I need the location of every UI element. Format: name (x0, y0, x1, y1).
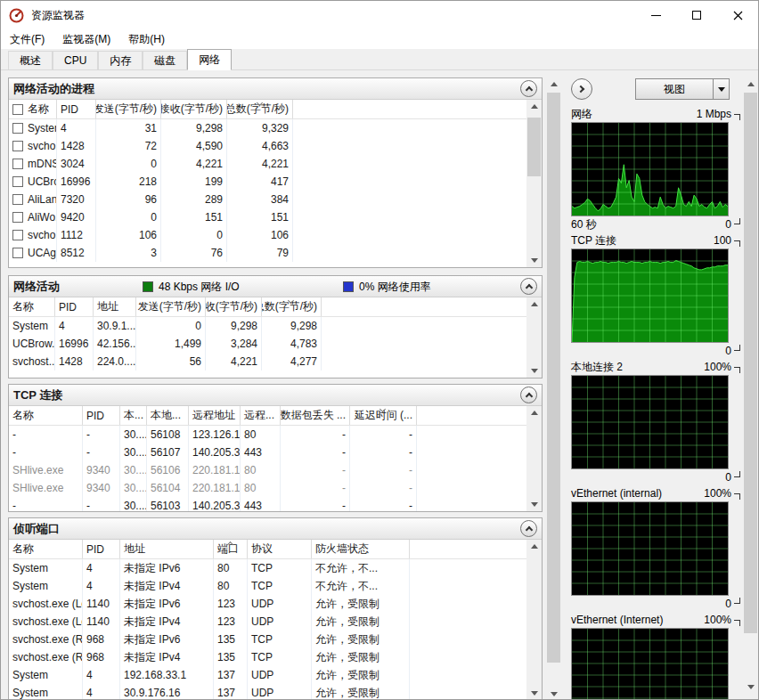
scroll-up-arrow[interactable] (546, 77, 561, 91)
column-header[interactable]: 总数(字节/秒) (227, 100, 293, 118)
minimize-button[interactable] (635, 1, 676, 29)
row-checkbox[interactable] (12, 176, 23, 187)
column-header[interactable]: 名称 (9, 100, 57, 118)
column-header[interactable]: 协议 (248, 540, 312, 558)
tab-网络[interactable]: 网络 (187, 49, 232, 70)
column-header[interactable]: PID (83, 406, 120, 425)
column-header[interactable]: 总数(字节/秒) (262, 297, 322, 316)
scroll-up-arrow[interactable] (526, 297, 542, 311)
scroll-down-arrow[interactable] (526, 254, 542, 267)
column-header[interactable]: PID (83, 540, 120, 558)
table-row[interactable]: svchost....1428224.0....564,2214,277 (9, 353, 542, 370)
scrollbar[interactable] (526, 540, 542, 700)
column-header[interactable]: 名称 (9, 406, 83, 425)
scroll-down-arrow[interactable] (546, 688, 561, 700)
row-checkbox[interactable] (12, 141, 23, 151)
scrollbar[interactable] (526, 297, 542, 378)
scroll-thumb[interactable] (527, 118, 541, 176)
table-row[interactable]: SHlive.exe934030....56106220.181.1...80-… (9, 461, 542, 479)
column-header[interactable]: 本地... (147, 406, 189, 425)
left-pane-scrollbar[interactable] (546, 77, 561, 700)
table-row[interactable]: UCAg...851237679 (9, 244, 542, 262)
column-header[interactable]: 名称 (9, 540, 83, 558)
collapse-button[interactable] (520, 387, 537, 403)
table-row[interactable]: System430.9.1...09,2989,298 (9, 317, 542, 335)
table-row[interactable]: UCBro...16996218199417 (9, 173, 542, 191)
table-row[interactable]: --30....56103140.205.3...443-- (9, 497, 542, 512)
scroll-up-arrow[interactable] (526, 100, 542, 113)
scroll-down-arrow[interactable] (526, 498, 542, 511)
column-header[interactable]: 远程... (241, 406, 281, 425)
scroll-up-arrow[interactable] (526, 540, 542, 553)
row-checkbox[interactable] (12, 212, 23, 223)
table-row[interactable]: svchost.exe (R...968未指定 IPv6135TCP允许，受限制 (9, 631, 542, 648)
table-row[interactable]: System430.9.176.16137UDP允许，受限制 (9, 684, 542, 700)
column-header[interactable]: 地址 (94, 297, 136, 316)
table-row[interactable]: svcho...1428724,5904,663 (9, 137, 542, 155)
row-checkbox[interactable] (12, 159, 23, 169)
tab-CPU[interactable]: CPU (53, 51, 98, 69)
scroll-up-arrow[interactable] (526, 406, 542, 419)
expand-panel-button[interactable] (571, 78, 592, 100)
column-header[interactable]: 地址 (120, 540, 214, 558)
scroll-thumb[interactable] (744, 93, 757, 633)
column-header[interactable]: 远程地址 (189, 406, 241, 425)
scroll-up-arrow[interactable] (743, 77, 758, 91)
row-checkbox[interactable] (12, 123, 23, 134)
column-header[interactable]: 发送(字节/秒) (96, 100, 161, 118)
table-row[interactable]: System4未指定 IPv480TCP不允许，不... (9, 577, 542, 595)
scroll-down-arrow[interactable] (526, 687, 542, 700)
header-checkbox[interactable] (12, 104, 23, 115)
column-header[interactable]: 发送(字节/秒) (136, 297, 206, 316)
column-header[interactable]: 防火墙状态 (312, 540, 410, 558)
table-row[interactable]: --30....56108123.126.1...80-- (9, 426, 542, 444)
table-row[interactable]: AliWo...94200151151 (9, 208, 542, 226)
column-header[interactable]: PID (57, 100, 96, 118)
menu-item-0[interactable]: 文件(F) (1, 29, 53, 49)
scroll-thumb[interactable] (547, 93, 560, 663)
tab-磁盘[interactable]: 磁盘 (143, 51, 187, 69)
table-row[interactable]: UCBrow...1699642.156...1,4993,2844,783 (9, 335, 542, 353)
table-row[interactable]: svchost.exe (Lo...1140未指定 IPv6123UDP允许，受… (9, 595, 542, 613)
table-row[interactable]: --30....56107140.205.3...443-- (9, 444, 542, 461)
scrollbar[interactable] (526, 100, 542, 267)
close-button[interactable] (717, 1, 758, 29)
column-header[interactable]: 端口 (214, 540, 248, 558)
table-row[interactable]: svchost.exe (Lo...1140未指定 IPv4123UDP允许，受… (9, 613, 542, 631)
tab-内存[interactable]: 内存 (98, 51, 143, 69)
row-checkbox[interactable] (12, 194, 23, 205)
right-pane-scrollbar[interactable] (743, 77, 758, 694)
scroll-down-arrow[interactable] (743, 680, 758, 694)
graph-bottom-row: 0 (571, 469, 740, 485)
row-checkbox[interactable] (12, 230, 23, 240)
table-row[interactable]: svcho...11121060106 (9, 226, 542, 244)
column-header[interactable]: 名称 (9, 297, 55, 316)
view-dropdown-arrow[interactable] (713, 79, 729, 99)
menu-item-2[interactable]: 帮助(H) (119, 29, 174, 49)
tab-概述[interactable]: 概述 (8, 51, 53, 69)
collapse-button[interactable] (520, 520, 537, 537)
table-row[interactable]: mDNS...302404,2214,221 (9, 155, 542, 173)
column-header[interactable]: 接收(字节/秒) (206, 297, 262, 316)
table-row[interactable]: System4192.168.33.1137UDP允许，受限制 (9, 666, 542, 684)
column-header[interactable]: 延迟时间 (... (350, 406, 417, 425)
column-header[interactable]: 接收(字节/秒) (161, 100, 227, 118)
scroll-down-arrow[interactable] (526, 364, 542, 378)
menu-item-1[interactable]: 监视器(M) (53, 29, 119, 49)
table-row[interactable]: System4未指定 IPv680TCP不允许，不... (9, 559, 542, 577)
column-header[interactable]: 本... (120, 406, 147, 425)
view-button[interactable]: 视图 (635, 78, 730, 100)
collapse-button[interactable] (520, 80, 537, 97)
collapse-button[interactable] (520, 278, 537, 295)
cell-text: SHlive.exe (12, 464, 63, 476)
table-row[interactable]: SHlive.exe934030....56104220.181.1...80-… (9, 479, 542, 497)
cell-text: System (12, 562, 48, 574)
column-header[interactable]: 数据包丢失 ... (281, 406, 350, 425)
table-row[interactable]: AliLan...732096289384 (9, 191, 542, 208)
scrollbar[interactable] (526, 406, 542, 511)
table-row[interactable]: svchost.exe (R...968未指定 IPv4135TCP允许，受限制 (9, 648, 542, 666)
column-header[interactable]: PID (55, 297, 94, 316)
row-checkbox[interactable] (12, 248, 23, 258)
table-row[interactable]: System4319,2989,329 (9, 119, 542, 137)
maximize-button[interactable] (676, 1, 717, 29)
